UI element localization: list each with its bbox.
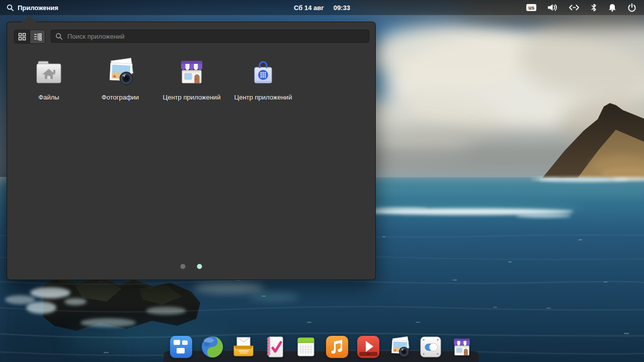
dock-photos[interactable] <box>387 335 412 359</box>
software-bag-icon <box>247 56 279 88</box>
page-dot-1[interactable] <box>181 264 186 269</box>
tasks-icon <box>263 335 287 359</box>
search-input[interactable] <box>66 32 365 41</box>
app-files[interactable]: Файлы <box>13 56 85 101</box>
app-search-field[interactable] <box>51 30 369 43</box>
dock-system-settings[interactable] <box>419 335 443 359</box>
dock-multitasking-view[interactable] <box>169 335 193 359</box>
panel-time: 09:33 <box>334 4 350 12</box>
app-label: Фотографии <box>102 94 139 101</box>
app-photos[interactable]: Фотографии <box>85 56 156 101</box>
page-indicator <box>181 264 202 269</box>
mail-icon <box>231 335 256 359</box>
dock-mail[interactable] <box>231 335 256 359</box>
category-view-icon <box>33 32 42 41</box>
app-software[interactable]: Центр приложений <box>227 56 299 101</box>
grid-view-button[interactable] <box>15 30 30 43</box>
network-wired-icon[interactable] <box>568 3 580 12</box>
power-icon[interactable] <box>627 3 636 12</box>
app-launcher-popover: Файлы Фотографии Центр приложений Центр … <box>7 22 376 280</box>
bluetooth-icon[interactable] <box>591 3 597 12</box>
category-view-button[interactable] <box>30 30 45 43</box>
dock-tasks[interactable] <box>263 335 287 359</box>
dock-web-browser[interactable] <box>200 335 224 359</box>
applications-menu-button[interactable]: Приложения <box>2 0 63 15</box>
search-icon <box>55 33 63 40</box>
dock-videos[interactable] <box>356 335 380 359</box>
system-tray: us <box>526 0 644 15</box>
web-browser-icon <box>200 335 224 359</box>
app-label: Центр приложений <box>163 94 221 101</box>
photos-icon <box>104 56 136 88</box>
app-grid: Файлы Фотографии Центр приложений Центр … <box>13 56 299 101</box>
notifications-icon[interactable] <box>608 3 617 12</box>
grid-view-icon <box>18 32 27 41</box>
app-appcenter[interactable]: Центр приложений <box>156 56 227 101</box>
popover-arrow <box>22 16 36 22</box>
dock-music[interactable] <box>325 335 349 359</box>
calendar-icon <box>294 335 318 359</box>
app-label: Файлы <box>38 94 59 101</box>
panel-date: Сб 14 авг <box>294 4 324 12</box>
dock-icons <box>169 335 474 359</box>
desktop: Приложения Сб 14 авг 09:33 us <box>0 0 644 362</box>
dock-appcenter[interactable] <box>450 335 474 359</box>
applications-menu-label: Приложения <box>18 4 58 12</box>
music-icon <box>325 335 349 359</box>
dock-calendar[interactable] <box>294 335 318 359</box>
search-icon <box>7 4 14 12</box>
system-settings-icon <box>419 335 443 359</box>
app-label: Центр приложений <box>234 94 292 101</box>
photos-icon <box>387 335 412 359</box>
top-panel: Приложения Сб 14 авг 09:33 us <box>0 0 644 15</box>
videos-icon <box>356 335 380 359</box>
datetime-button[interactable]: Сб 14 авг 09:33 <box>294 0 350 15</box>
volume-icon[interactable] <box>547 3 557 12</box>
keyboard-layout-indicator[interactable]: us <box>526 4 536 11</box>
files-folder-icon <box>33 56 65 88</box>
view-mode-toggle <box>14 30 45 44</box>
appcenter-storefront-icon <box>176 56 208 88</box>
page-dot-2[interactable] <box>197 264 202 269</box>
appcenter-icon <box>450 335 474 359</box>
multitasking-view-icon <box>169 335 193 359</box>
